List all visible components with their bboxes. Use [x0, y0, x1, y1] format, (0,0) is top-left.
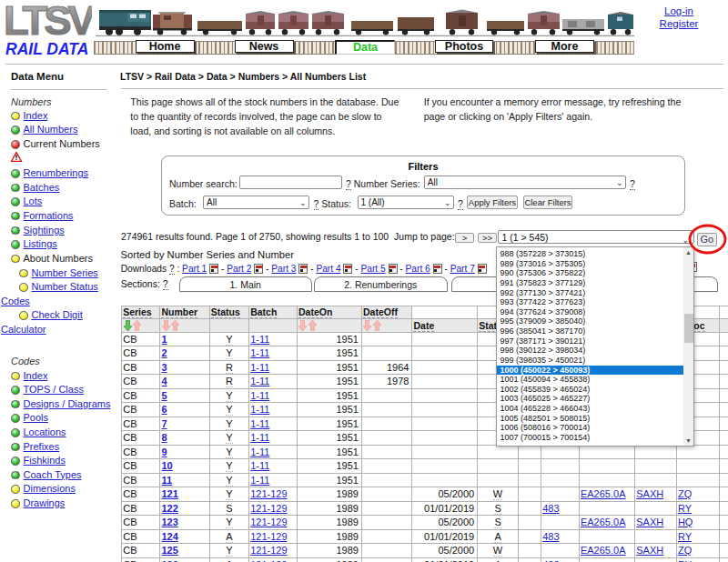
svg-text:LTSV: LTSV — [5, 5, 92, 38]
